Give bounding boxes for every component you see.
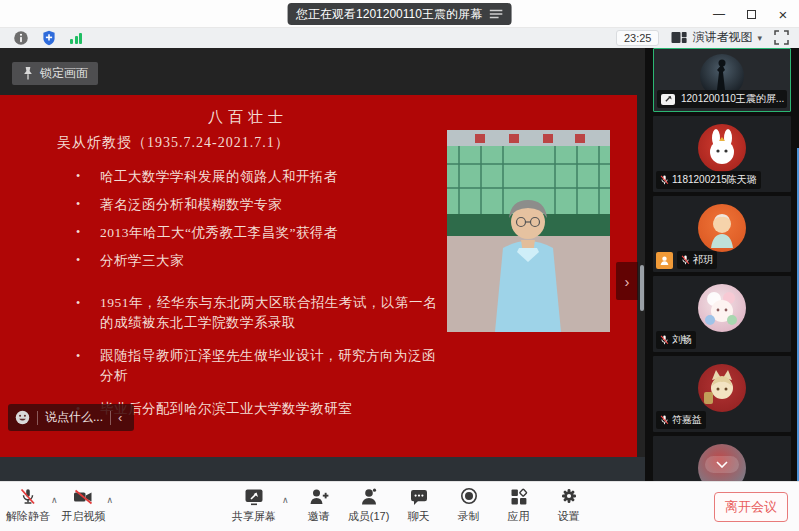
window-titlebar: 您正在观看1201200110王震的屏幕 — ×: [0, 0, 799, 28]
members-icon: [358, 487, 380, 507]
stage-scrollbar[interactable]: [640, 265, 644, 311]
window-controls: — ×: [703, 0, 799, 28]
mic-muted-icon: [681, 254, 690, 266]
avatar: [698, 364, 746, 412]
sidebar-toggle-button[interactable]: ›: [616, 262, 638, 300]
chat-button[interactable]: 聊天: [397, 487, 441, 524]
settings-button[interactable]: 设置: [547, 487, 591, 524]
avatar: [698, 284, 746, 332]
avatar: [698, 204, 746, 252]
members-label: 成员(17): [348, 509, 390, 524]
slide-bullet: 1951年，经华东与东北两大区联合招生考试，以第一名的成绩被东北工学院数学系录取: [72, 293, 444, 333]
start-video-label: 开启视频: [62, 509, 106, 524]
presentation-slide: 八百壮士 吴从炘教授（1935.7.24-2021.7.1） 哈工大数学学科发展…: [0, 95, 637, 457]
members-button[interactable]: 成员(17): [347, 487, 391, 524]
apps-button[interactable]: 应用: [497, 487, 541, 524]
mic-muted-icon: [660, 334, 669, 346]
screen-share-icon: [661, 94, 675, 105]
pin-icon: [22, 66, 34, 81]
mic-muted-icon: [660, 414, 669, 426]
divider: [110, 411, 111, 425]
video-options-chevron[interactable]: ∧: [107, 495, 114, 505]
apps-grid-icon: [508, 487, 530, 507]
fullscreen-icon[interactable]: [774, 30, 789, 45]
settings-label: 设置: [558, 509, 580, 524]
layout-icon: [671, 31, 687, 44]
dropdown-caret-icon: ▾: [757, 33, 762, 43]
invite-person-icon: [308, 487, 330, 507]
participants-sidebar: 1201200110王震的屏... 1181200215陈: [645, 48, 799, 481]
chat-bubble-icon: [408, 487, 430, 507]
info-icon[interactable]: [14, 31, 28, 45]
apps-label: 应用: [508, 509, 530, 524]
share-screen-icon: [243, 487, 265, 507]
view-mode-selector[interactable]: 演讲者视图 ▾: [671, 29, 762, 46]
participant-tile[interactable]: 符嘉益: [653, 356, 791, 432]
leave-meeting-label: 离开会议: [725, 498, 777, 516]
slide-bullet: 哈工大数学学科发展的领路人和开拓者: [72, 169, 452, 184]
host-badge-icon: [656, 252, 673, 269]
participant-tile[interactable]: 祁玥: [653, 196, 791, 272]
participant-tile[interactable]: 1201200110王震的屏...: [653, 48, 791, 112]
emoji-icon[interactable]: [15, 410, 30, 425]
meeting-statusbar: 23:25 演讲者视图 ▾: [0, 28, 799, 48]
participant-tile-partial[interactable]: [653, 436, 791, 481]
slide-subtitle: 吴从炘教授（1935.7.24-2021.7.1）: [57, 134, 290, 152]
professor-photo: [447, 130, 610, 332]
minimize-icon: —: [713, 7, 725, 21]
watching-text: 您正在观看1201200110王震的屏幕: [296, 6, 482, 23]
slide-bullet: 2013年哈工大“优秀教工李昌奖”获得者: [72, 225, 452, 240]
share-screen-button[interactable]: 共享屏幕: [228, 487, 280, 524]
shared-screen-stage: 八百壮士 吴从炘教授（1935.7.24-2021.7.1） 哈工大数学学科发展…: [0, 48, 645, 481]
slide-bullet-list-1: 哈工大数学学科发展的领路人和开拓者 著名泛函分析和模糊数学专家 2013年哈工大…: [72, 169, 452, 281]
close-icon: ×: [779, 6, 788, 23]
participant-name: 符嘉益: [672, 413, 702, 427]
chat-collapse-icon[interactable]: ‹: [118, 410, 122, 425]
lock-view-button[interactable]: 锁定画面: [12, 62, 98, 85]
mic-muted-icon: [660, 174, 669, 186]
stage-bottom-strip: [0, 457, 645, 481]
invite-label: 邀请: [308, 509, 330, 524]
slide-bullet: 分析学三大家: [72, 253, 452, 268]
chat-label: 聊天: [408, 509, 430, 524]
participant-name: 1181200215陈天璐: [672, 173, 757, 187]
expand-participants-button[interactable]: [705, 456, 739, 473]
chevron-down-icon: [716, 461, 728, 468]
meeting-toolbar: 解除静音 ∧ 开启视频 ∧: [0, 481, 799, 531]
minimize-button[interactable]: —: [703, 0, 735, 28]
start-video-button[interactable]: 开启视频: [62, 487, 106, 524]
security-shield-icon[interactable]: [42, 30, 56, 46]
slide-title: 八百壮士: [148, 108, 348, 127]
unmute-button[interactable]: 解除静音: [6, 487, 50, 524]
view-mode-label: 演讲者视图: [692, 29, 752, 46]
share-options-chevron[interactable]: ∧: [282, 495, 289, 505]
avatar: [698, 124, 746, 172]
divider: [37, 411, 38, 425]
maximize-button[interactable]: [735, 0, 767, 28]
list-icon[interactable]: [490, 9, 503, 19]
maximize-icon: [747, 10, 756, 19]
invite-button[interactable]: 邀请: [297, 487, 341, 524]
chat-input-placeholder[interactable]: 说点什么...: [45, 409, 103, 426]
chevron-right-icon: ›: [625, 273, 630, 290]
close-button[interactable]: ×: [767, 0, 799, 28]
record-icon: [458, 487, 480, 507]
participant-tile[interactable]: 1181200215陈天璐: [653, 116, 791, 192]
meeting-window: 您正在观看1201200110王震的屏幕 — × 23:25: [0, 0, 799, 531]
gear-icon: [558, 487, 580, 507]
mic-muted-icon: [17, 487, 39, 507]
mic-options-chevron[interactable]: ∧: [51, 495, 58, 505]
share-screen-label: 共享屏幕: [232, 509, 276, 524]
slide-bullet: 跟随指导教师江泽坚先生做毕业设计，研究方向为泛函分析: [72, 346, 444, 386]
leave-meeting-button[interactable]: 离开会议: [714, 492, 788, 522]
participant-tile[interactable]: 刘畅: [653, 276, 791, 352]
participant-name: 祁玥: [693, 253, 713, 267]
quick-chat-bar[interactable]: 说点什么... ‹: [8, 404, 134, 431]
participant-name: 刘畅: [672, 333, 692, 347]
record-label: 录制: [458, 509, 480, 524]
record-button[interactable]: 录制: [447, 487, 491, 524]
meeting-time: 23:25: [616, 30, 660, 46]
network-signal-icon[interactable]: [70, 32, 82, 44]
slide-bullet: 著名泛函分析和模糊数学专家: [72, 197, 452, 212]
watching-banner[interactable]: 您正在观看1201200110王震的屏幕: [287, 3, 512, 25]
